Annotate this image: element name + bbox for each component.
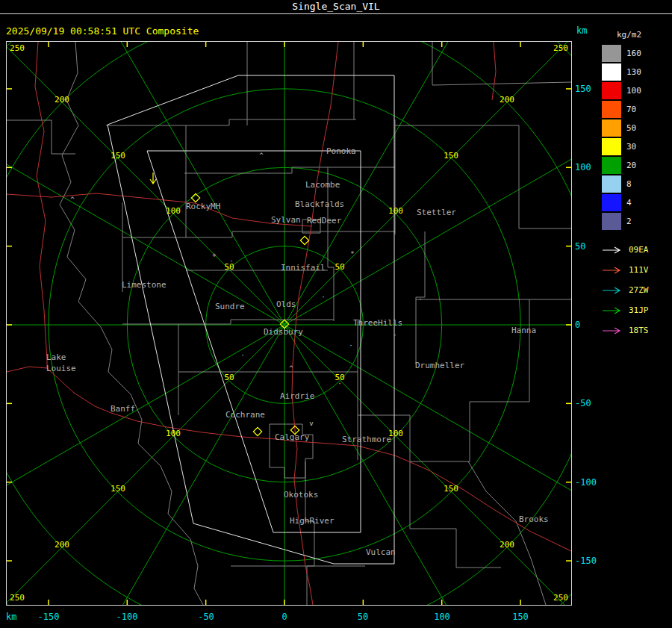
radar-id: 111V	[629, 265, 649, 275]
scale-value: 8	[626, 179, 632, 189]
range-ring-label: 150	[444, 484, 458, 494]
scale-swatch	[602, 138, 621, 155]
radar-row: 18TS	[602, 320, 672, 341]
range-ring-label: 100	[166, 206, 181, 216]
city-label: Didsbury	[264, 327, 303, 337]
map-point-marker: +	[212, 251, 217, 258]
station-diamond-icon	[253, 427, 261, 435]
city-label: Okotoks	[284, 490, 318, 500]
city-label: Drumheller	[415, 361, 465, 370]
grid-radial	[7, 122, 284, 326]
radar-row: 31JP	[602, 300, 672, 320]
map-point-marker: *	[350, 250, 354, 258]
bottom-axis-label: 150	[512, 612, 529, 622]
bottom-axis-label: -100	[116, 612, 138, 622]
city-label: Sylvan	[271, 215, 301, 225]
radar-id: 18TS	[629, 326, 649, 335]
scale-swatch	[602, 82, 621, 99]
range-ring-label: 150	[444, 151, 458, 161]
range-ring-label: 200	[500, 540, 514, 550]
bottom-axis-label: 50	[358, 612, 368, 622]
bottom-axis-unit: km	[6, 612, 16, 622]
scale-swatch	[602, 63, 621, 81]
scale-swatch	[602, 194, 621, 211]
city-label: Hanna	[511, 326, 536, 335]
right-axis-label: 100	[575, 162, 591, 172]
grid-radial	[81, 42, 285, 325]
scale-swatch	[602, 45, 621, 62]
radar-arrow-icon	[602, 326, 624, 335]
timestamp: 2025/09/19 00:58:51 UTC Composite	[6, 25, 199, 37]
boundary-west	[7, 42, 203, 605]
map-point-marker: ·	[321, 293, 325, 301]
radar-row: 111V	[602, 260, 672, 280]
grid-radial	[81, 325, 285, 605]
scale-row: 160	[602, 44, 672, 63]
axis-ticks	[7, 42, 571, 605]
scale-value: 2	[626, 217, 632, 226]
city-label: Strathmore	[342, 435, 391, 444]
city-label: RockyMH	[186, 202, 220, 211]
scale-row: 50	[602, 119, 672, 137]
scale-swatch	[602, 213, 621, 230]
legend-panel: kg/m2 16013010070503020842 09EA111V27ZW3…	[602, 30, 672, 341]
range-ring-label: 200	[500, 95, 514, 105]
window-title: Single_Scan_VIL	[292, 1, 379, 12]
map-point-marker: ·	[418, 296, 422, 303]
scale-value: 20	[626, 161, 636, 170]
county-boundaries	[7, 42, 571, 605]
station-diamond-icon	[300, 236, 308, 244]
polar-grid	[7, 42, 571, 605]
radar-arrow-icon	[602, 306, 624, 315]
map-point-marker: v	[309, 420, 313, 427]
radar-arrow-icon	[602, 286, 624, 295]
range-ring-label: 100	[388, 206, 403, 216]
scale-value: 70	[626, 105, 636, 114]
scale-row: 100	[602, 81, 672, 100]
radar-legend: 09EA111V27ZW31JP18TS	[602, 240, 672, 341]
city-label: Limestone	[122, 280, 167, 290]
scale-swatch	[602, 101, 621, 118]
scale-row: 8	[602, 175, 672, 193]
city-label: Innisfail	[281, 263, 326, 273]
scale-swatch	[602, 119, 621, 137]
scale-value: 100	[626, 86, 641, 96]
vil-scale: 16013010070503020842	[602, 44, 672, 231]
city-label: Stettler	[417, 208, 456, 217]
scale-row: 70	[602, 100, 672, 119]
radar-id: 27ZW	[629, 285, 649, 295]
city-label: Olds	[276, 299, 296, 309]
map-point-marker: ·	[229, 258, 233, 265]
scale-swatch	[602, 175, 621, 193]
grid-radial	[284, 325, 571, 529]
radar-row: 09EA	[602, 240, 672, 260]
scale-value: 160	[626, 49, 641, 58]
city-label: Lacombe	[305, 180, 340, 190]
boundary-north	[106, 42, 571, 292]
legend-unit: kg/m2	[617, 30, 672, 40]
radar-plot[interactable]: 5050505010010010010015015015015020020020…	[6, 41, 572, 606]
scale-swatch	[602, 157, 621, 174]
radar-row: 27ZW	[602, 280, 672, 300]
range-ring-label: 100	[166, 429, 181, 438]
map-point-marker: ·	[349, 342, 352, 349]
map-point-marker: ·	[393, 332, 396, 339]
map-point-marker: ^	[70, 196, 75, 203]
radar-id: 09EA	[629, 245, 649, 255]
map-point-marker: ·	[240, 352, 244, 359]
range-ring-label: 150	[111, 484, 125, 494]
city-label: ThreeHills	[353, 318, 402, 328]
city-label: RedDeer	[307, 216, 342, 226]
radar-map[interactable]: 5050505010010010010015015015015020020020…	[7, 42, 571, 605]
range-ring-label: 150	[111, 151, 125, 161]
right-axis-label: 50	[575, 241, 585, 252]
city-label: Blackfalds	[295, 199, 344, 209]
radar-arrow-icon	[602, 246, 624, 255]
right-axis-label: 150	[575, 84, 591, 94]
city-label: Ponoka	[326, 146, 356, 156]
scale-value: 130	[626, 67, 641, 77]
scale-value: 50	[626, 123, 636, 133]
city-label: Calgary	[275, 432, 310, 442]
roads	[7, 42, 571, 605]
map-point-marker: ^	[259, 152, 264, 159]
